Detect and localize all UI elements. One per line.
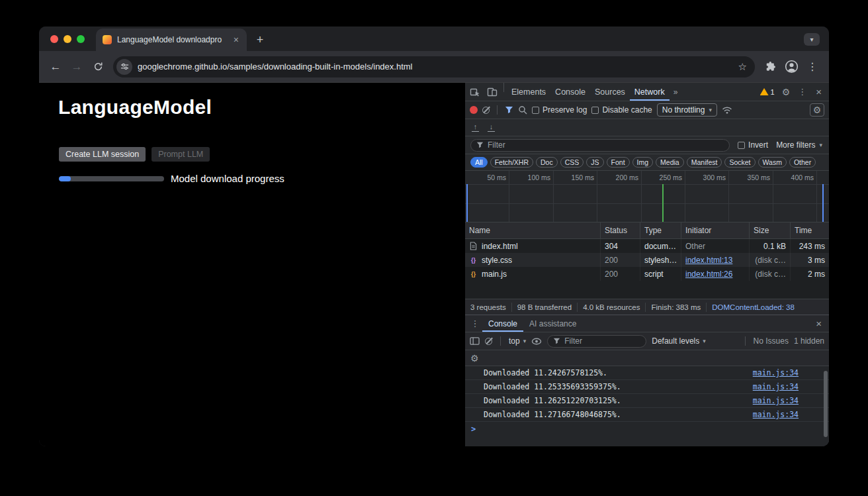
chip-css[interactable]: CSS bbox=[560, 157, 584, 168]
warning-count: 1 bbox=[771, 88, 775, 96]
tab-elements[interactable]: Elements bbox=[507, 83, 550, 101]
url-text[interactable]: googlechrome.github.io/samples/downloadi… bbox=[138, 62, 732, 72]
column-size[interactable]: Size bbox=[750, 223, 791, 238]
console-prompt[interactable]: > bbox=[465, 422, 829, 436]
inspect-element-button[interactable] bbox=[466, 83, 484, 101]
chip-doc[interactable]: Doc bbox=[536, 157, 558, 168]
chip-fetch-xhr[interactable]: Fetch/XHR bbox=[490, 157, 533, 168]
bookmark-star-icon[interactable]: ☆ bbox=[737, 61, 748, 73]
preserve-log-checkbox[interactable]: Preserve log bbox=[532, 105, 587, 115]
create-llm-session-button[interactable]: Create LLM session bbox=[59, 147, 146, 162]
record-network-log-button[interactable] bbox=[470, 106, 478, 114]
console-toolbar: top ▾ Filter Default levels ▾ No Issu bbox=[465, 332, 829, 350]
request-size: (disk c… bbox=[750, 253, 791, 267]
chip-font[interactable]: Font bbox=[607, 157, 630, 168]
table-row[interactable]: {} main.js 200 script index.html:26 (dis… bbox=[465, 267, 829, 281]
prompt-llm-button: Prompt LLM bbox=[152, 147, 210, 162]
search-icon[interactable] bbox=[518, 105, 527, 115]
network-overview-timeline[interactable]: 50 ms 100 ms 150 ms 200 ms 250 ms 300 ms… bbox=[465, 171, 829, 223]
request-table-header: Name Status Type Initiator Size Time bbox=[465, 223, 829, 239]
devtools-close-button[interactable]: × bbox=[811, 86, 826, 97]
invert-checkbox[interactable]: Invert bbox=[738, 140, 768, 150]
chip-socket[interactable]: Socket bbox=[724, 157, 755, 168]
column-name[interactable]: Name bbox=[465, 223, 601, 238]
site-info-button[interactable] bbox=[116, 59, 132, 75]
request-size: (disk c… bbox=[750, 267, 791, 281]
progress-fill bbox=[59, 176, 71, 181]
warnings-button[interactable]: 1 bbox=[758, 88, 777, 96]
chip-media[interactable]: Media bbox=[656, 157, 684, 168]
drawer-tab-ai-assistance[interactable]: AI assistance bbox=[523, 315, 582, 332]
clear-network-log-button[interactable] bbox=[482, 107, 490, 114]
drawer-menu-button[interactable]: ⋮ bbox=[468, 315, 482, 332]
chevron-down-icon: ▾ bbox=[819, 142, 822, 148]
chip-manifest[interactable]: Manifest bbox=[687, 157, 722, 168]
filter-funnel-icon[interactable] bbox=[505, 106, 513, 114]
forward-button[interactable]: → bbox=[67, 57, 87, 77]
tab-sources[interactable]: Sources bbox=[590, 83, 630, 101]
console-sidebar-icon[interactable] bbox=[470, 336, 480, 346]
minimize-window-button[interactable] bbox=[64, 35, 71, 43]
close-window-button[interactable] bbox=[50, 35, 58, 43]
initiator-link[interactable]: index.html:26 bbox=[685, 270, 732, 279]
console-filter-input[interactable]: Filter bbox=[547, 335, 646, 348]
chip-all[interactable]: All bbox=[470, 157, 488, 168]
devtools-settings-button[interactable]: ⚙ bbox=[779, 87, 794, 97]
new-tab-button[interactable]: + bbox=[251, 30, 269, 49]
chip-js[interactable]: JS bbox=[586, 157, 603, 168]
extensions-button[interactable] bbox=[760, 57, 780, 77]
export-har-button[interactable]: ↓ bbox=[488, 123, 495, 132]
request-name: index.html bbox=[482, 242, 518, 251]
log-levels-select[interactable]: Default levels ▾ bbox=[652, 336, 706, 346]
back-button[interactable]: ← bbox=[46, 57, 65, 77]
devtools-menu-button[interactable]: ⋮ bbox=[795, 87, 810, 97]
message-source-link[interactable]: main.js:34 bbox=[753, 382, 799, 391]
live-expression-eye-icon[interactable] bbox=[531, 337, 542, 346]
table-row[interactable]: {} style.css 200 stylesh… index.html:13 … bbox=[465, 253, 829, 267]
hidden-messages-label[interactable]: 1 hidden bbox=[794, 336, 824, 346]
network-settings-button[interactable]: ⚙ bbox=[810, 103, 824, 117]
more-filters-button[interactable]: More filters ▾ bbox=[776, 140, 824, 150]
scrollbar-thumb[interactable] bbox=[824, 371, 828, 437]
window-controls bbox=[50, 35, 85, 43]
browser-tab[interactable]: LanguageModel downloadpro × bbox=[96, 28, 247, 51]
tray-icon bbox=[472, 131, 479, 132]
initiator-link[interactable]: index.html:13 bbox=[685, 256, 732, 265]
column-status[interactable]: Status bbox=[601, 223, 640, 238]
zoom-window-button[interactable] bbox=[77, 35, 85, 43]
import-har-button[interactable]: ↑ bbox=[472, 123, 479, 132]
column-type[interactable]: Type bbox=[640, 223, 681, 238]
drawer-tab-console[interactable]: Console bbox=[482, 315, 523, 332]
tab-search-button[interactable]: ▾ bbox=[804, 33, 820, 46]
device-toolbar-button[interactable] bbox=[484, 83, 501, 101]
column-time[interactable]: Time bbox=[791, 223, 829, 238]
tab-close-icon[interactable]: × bbox=[232, 35, 240, 44]
tab-console[interactable]: Console bbox=[550, 83, 590, 101]
summary-finish: Finish: 383 ms bbox=[646, 303, 707, 312]
message-source-link[interactable]: main.js:34 bbox=[753, 410, 799, 419]
network-conditions-icon[interactable] bbox=[722, 106, 732, 114]
more-panels-button[interactable]: » bbox=[670, 83, 682, 101]
column-initiator[interactable]: Initiator bbox=[681, 223, 750, 238]
no-issues-label[interactable]: No Issues bbox=[754, 336, 789, 346]
console-settings-button[interactable]: ⚙ bbox=[470, 354, 479, 363]
address-bar[interactable]: googlechrome.github.io/samples/downloadi… bbox=[113, 56, 755, 77]
chip-img[interactable]: Img bbox=[632, 157, 654, 168]
table-row[interactable]: index.html 304 docum… Other 0.1 kB 243 m… bbox=[465, 239, 829, 253]
profile-button[interactable] bbox=[781, 57, 801, 77]
tab-network[interactable]: Network bbox=[630, 83, 670, 101]
message-source-link[interactable]: main.js:34 bbox=[753, 396, 799, 405]
reload-button[interactable] bbox=[88, 57, 108, 77]
context-selector[interactable]: top ▾ bbox=[509, 336, 526, 346]
message-source-link[interactable]: main.js:34 bbox=[753, 368, 799, 377]
network-filter-input[interactable]: Filter bbox=[470, 139, 730, 152]
gridline bbox=[773, 171, 773, 222]
prompt-chevron-icon: > bbox=[471, 424, 476, 434]
browser-menu-button[interactable]: ⋮ bbox=[803, 57, 822, 77]
drawer-close-button[interactable]: × bbox=[811, 315, 826, 332]
chip-other[interactable]: Other bbox=[789, 157, 816, 168]
chip-wasm[interactable]: Wasm bbox=[758, 157, 787, 168]
throttling-select[interactable]: No throttling ▾ bbox=[657, 103, 717, 117]
clear-console-button[interactable] bbox=[485, 338, 492, 345]
disable-cache-checkbox[interactable]: Disable cache bbox=[591, 105, 652, 115]
